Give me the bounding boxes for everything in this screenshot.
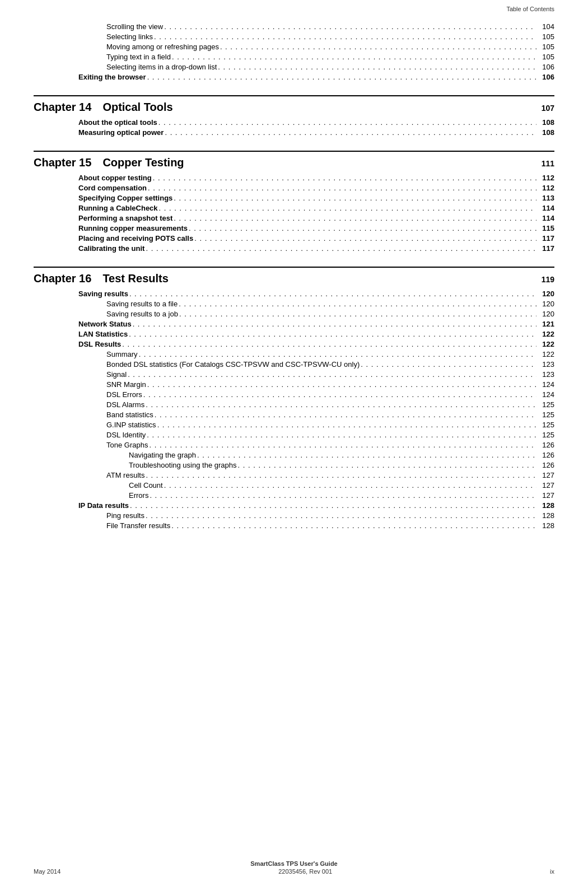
- page-number: 120: [538, 310, 554, 318]
- toc-entry: Saving results to a job . . . . . . . . …: [34, 310, 554, 318]
- chapter-num: Chapter 15: [34, 156, 91, 169]
- page-number: 113: [538, 194, 554, 202]
- toc-entry: Signal . . . . . . . . . . . . . . . . .…: [34, 370, 554, 379]
- entry-label: ATM results: [106, 471, 144, 479]
- dot-fill: . . . . . . . . . . . . . . . . . . . . …: [189, 224, 536, 232]
- dot-fill: . . . . . . . . . . . . . . . . . . . . …: [159, 204, 536, 212]
- entry-label: Performing a snapshot test: [78, 214, 172, 222]
- entry-label: LAN Statistics: [78, 330, 128, 338]
- toc-entry: Exiting the browser . . . . . . . . . . …: [34, 73, 554, 81]
- page-number: 122: [538, 330, 554, 338]
- toc-entry: Errors . . . . . . . . . . . . . . . . .…: [34, 491, 554, 500]
- entry-label: Selecting items in a drop-down list: [106, 63, 217, 71]
- entry-label: Troubleshooting using the graphs: [129, 461, 236, 469]
- footer-date: May 2014: [34, 868, 60, 875]
- toc-entry: Cell Count . . . . . . . . . . . . . . .…: [34, 481, 554, 489]
- toc-entry: Running copper measurements . . . . . . …: [34, 224, 554, 232]
- toc-entry: Navigating the graph . . . . . . . . . .…: [34, 451, 554, 459]
- footer-title: SmartClass TPS User's Guide: [0, 860, 588, 867]
- entry-label: Saving results to a job: [106, 310, 178, 318]
- page-number: 121: [538, 320, 554, 328]
- chapter-section-ch16: Chapter 16Test Results119Saving results …: [34, 267, 554, 530]
- page-footer: SmartClass TPS User's Guide May 2014 220…: [0, 860, 588, 875]
- dot-fill: . . . . . . . . . . . . . . . . . . . . …: [157, 421, 536, 429]
- footer-bottom-row: May 2014 22035456, Rev 001 ix: [0, 867, 588, 875]
- toc-entry: File Transfer results . . . . . . . . . …: [34, 521, 554, 530]
- dot-fill: . . . . . . . . . . . . . . . . . . . . …: [146, 244, 536, 253]
- dot-fill: . . . . . . . . . . . . . . . . . . . . …: [139, 350, 536, 358]
- dot-fill: . . . . . . . . . . . . . . . . . . . . …: [179, 300, 536, 308]
- toc-entry: ATM results . . . . . . . . . . . . . . …: [34, 471, 554, 479]
- entry-label: Specifying Copper settings: [78, 194, 172, 202]
- entry-label: Saving results to a file: [106, 300, 178, 308]
- toc-entry: LAN Statistics . . . . . . . . . . . . .…: [34, 330, 554, 338]
- dot-fill: . . . . . . . . . . . . . . . . . . . . …: [147, 73, 536, 81]
- chapter-title-left: Chapter 14Optical Tools: [34, 101, 173, 114]
- entry-label: G.INP statistics: [106, 421, 156, 429]
- page-number: 128: [538, 501, 554, 510]
- page-number: 125: [538, 431, 554, 439]
- entry-label: Measuring optical power: [78, 128, 164, 137]
- chapter-title-row: Chapter 14Optical Tools107: [34, 101, 554, 114]
- entry-label: SNR Margin: [106, 380, 146, 389]
- entry-label: Navigating the graph: [129, 451, 196, 459]
- chapter-title: Optical Tools: [102, 101, 172, 114]
- entry-label: DSL Alarms: [106, 400, 144, 409]
- dot-fill: . . . . . . . . . . . . . . . . . . . . …: [237, 461, 536, 469]
- dot-fill: . . . . . . . . . . . . . . . . . . . . …: [146, 400, 536, 409]
- dot-fill: . . . . . . . . . . . . . . . . . . . . …: [171, 521, 536, 530]
- toc-entry: Band statistics . . . . . . . . . . . . …: [34, 411, 554, 419]
- chapter-entries: About copper testing . . . . . . . . . .…: [34, 174, 554, 253]
- dot-fill: . . . . . . . . . . . . . . . . . . . . …: [179, 310, 536, 318]
- page-number: 124: [538, 380, 554, 389]
- page-number: 127: [538, 481, 554, 489]
- toc-entry: Bonded DSL statistics (For Catalogs CSC-…: [34, 360, 554, 369]
- page-number: 123: [538, 370, 554, 379]
- page-number: 127: [538, 491, 554, 500]
- dot-fill: . . . . . . . . . . . . . . . . . . . . …: [361, 360, 536, 369]
- chapters-container: Chapter 14Optical Tools107About the opti…: [34, 95, 554, 530]
- entry-label: Ping results: [106, 511, 144, 520]
- dot-fill: . . . . . . . . . . . . . . . . . . . . …: [149, 441, 536, 449]
- page-number: 125: [538, 421, 554, 429]
- entry-label: Cord compensation: [78, 184, 147, 192]
- page-number: 128: [538, 521, 554, 530]
- page-number: 122: [538, 350, 554, 358]
- toc-entry: DSL Results . . . . . . . . . . . . . . …: [34, 340, 554, 348]
- chapter-title-row: Chapter 15Copper Testing111: [34, 156, 554, 169]
- chapter-page-num: 111: [542, 159, 554, 168]
- toc-entry: Moving among or refreshing pages . . . .…: [34, 43, 554, 51]
- dot-fill: . . . . . . . . . . . . . . . . . . . . …: [122, 340, 536, 348]
- chapter-page-num: 107: [542, 104, 554, 113]
- toc-entry: Saving results to a file . . . . . . . .…: [34, 300, 554, 308]
- page-number: 124: [538, 390, 554, 399]
- page-number: 108: [538, 128, 554, 137]
- entry-label: Saving results: [78, 290, 128, 298]
- page-number: 120: [538, 290, 554, 298]
- dot-fill: . . . . . . . . . . . . . . . . . . . . …: [129, 330, 536, 338]
- page-number: 125: [538, 411, 554, 419]
- page-number: 128: [538, 511, 554, 520]
- entry-label: DSL Results: [78, 340, 121, 348]
- dot-fill: . . . . . . . . . . . . . . . . . . . . …: [147, 380, 536, 389]
- entry-label: Network Status: [78, 320, 132, 328]
- dot-fill: . . . . . . . . . . . . . . . . . . . . …: [174, 194, 536, 202]
- page-number: 117: [538, 234, 554, 243]
- toc-entry: DSL Identity . . . . . . . . . . . . . .…: [34, 431, 554, 439]
- entry-label: DSL Identity: [106, 431, 146, 439]
- toc-entry: Specifying Copper settings . . . . . . .…: [34, 194, 554, 202]
- dot-fill: . . . . . . . . . . . . . . . . . . . . …: [194, 234, 536, 243]
- chapter-num: Chapter 14: [34, 101, 91, 114]
- chapter-title-left: Chapter 16Test Results: [34, 272, 169, 285]
- entry-label: Selecting links: [106, 32, 153, 41]
- page-number: 122: [538, 340, 554, 348]
- entry-label: Running a CableCheck: [78, 204, 158, 212]
- page-header: Table of Contents: [0, 0, 588, 15]
- toc-entry: Selecting links . . . . . . . . . . . . …: [34, 32, 554, 41]
- page-number: 125: [538, 400, 554, 409]
- toc-entry: G.INP statistics . . . . . . . . . . . .…: [34, 421, 554, 429]
- dot-fill: . . . . . . . . . . . . . . . . . . . . …: [218, 63, 536, 71]
- page-number: 112: [538, 174, 554, 182]
- toc-entry: Saving results . . . . . . . . . . . . .…: [34, 290, 554, 298]
- toc-entry: Scrolling the view . . . . . . . . . . .…: [34, 22, 554, 31]
